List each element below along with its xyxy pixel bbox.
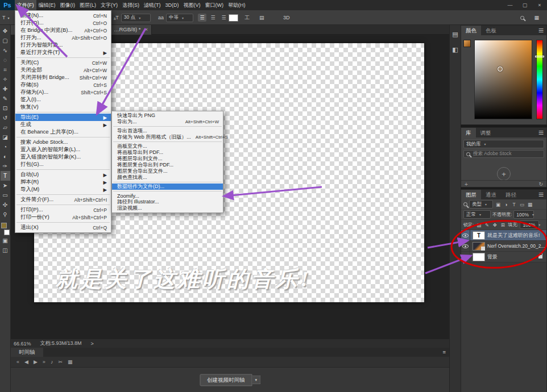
transport-button[interactable]: ♪ xyxy=(51,359,53,365)
file-menu-item[interactable]: 最近打开文件(T) ▶ xyxy=(15,49,111,56)
lock-option-button[interactable]: ⊞ xyxy=(499,221,506,228)
panel-tab[interactable]: 图层 xyxy=(461,190,481,199)
filter-type-button[interactable]: ◑ xyxy=(503,201,509,208)
restore-button[interactable]: ▢ xyxy=(517,0,532,10)
timeline-tab[interactable]: 时间轴 xyxy=(11,348,43,357)
menubar-item[interactable]: 滤镜(T) xyxy=(142,0,163,10)
workspace-switcher-icon[interactable]: ▦ xyxy=(534,15,539,20)
panel-tab[interactable]: 通道 xyxy=(481,190,501,199)
transport-button[interactable]: ✂ xyxy=(58,359,63,365)
file-menu-item[interactable]: 存储(S) Ctrl+S xyxy=(15,81,111,89)
file-menu-item[interactable]: 在 Behance 上共享(D)... xyxy=(15,128,111,136)
toolbar-mode-button[interactable]: ▣ xyxy=(1,236,10,245)
menubar-item[interactable]: 文件(F) xyxy=(15,0,36,10)
close-button[interactable]: × xyxy=(532,0,547,10)
layer-name[interactable]: 就是关了这难听的音乐! xyxy=(487,232,540,239)
export-menu-item[interactable]: 渲染视频... xyxy=(112,205,223,211)
file-menu-item[interactable]: 签入(I)... xyxy=(15,96,111,103)
file-menu-item[interactable]: 导入(M) ▶ xyxy=(15,186,111,193)
tool-preset-group[interactable]: T ▾ xyxy=(2,13,10,22)
file-menu-item[interactable]: 关闭并转到 Bridge... Shift+Ctrl+W xyxy=(15,74,111,81)
file-menu-item[interactable]: 打印一份(Y) Alt+Shift+Ctrl+P xyxy=(15,214,111,221)
tool-button[interactable]: ✚ xyxy=(1,84,10,94)
layer-thumbnail[interactable] xyxy=(473,242,485,251)
panels-toggle-icon[interactable]: ▤ xyxy=(259,15,264,20)
current-color-swatch[interactable] xyxy=(463,40,471,47)
transport-button[interactable]: ▶ xyxy=(34,359,38,365)
filter-type-button[interactable]: ▣ xyxy=(495,201,502,208)
file-menu-item[interactable]: 置入链接的智能对象(K)... xyxy=(15,153,111,161)
panel-tab[interactable]: 库 xyxy=(461,128,476,137)
add-library-button[interactable]: + xyxy=(465,181,468,187)
file-menu-item[interactable]: 搜索 Adobe Stock... xyxy=(15,139,111,146)
export-menu-item[interactable]: 数据组作为文件(D)... xyxy=(112,184,223,190)
antialias-select[interactable]: 中等 ▾ xyxy=(166,14,193,22)
tool-button[interactable]: ✥ xyxy=(1,26,10,36)
export-menu-item[interactable]: 存储为 Web 所用格式（旧版）... Alt+Shift+Ctrl+S xyxy=(112,134,223,140)
hue-slider-handle[interactable] xyxy=(535,56,544,57)
threed-label[interactable]: 3D xyxy=(283,15,290,20)
file-menu-item[interactable]: 恢复(V) xyxy=(15,103,111,111)
layer-filter-select[interactable]: 类型 ▾ xyxy=(469,200,493,208)
color-cursor[interactable] xyxy=(498,66,503,72)
toolbar-mode-button[interactable]: ◫ xyxy=(1,245,10,255)
panel-tab[interactable]: 调整 xyxy=(476,128,496,137)
background-color-swatch[interactable] xyxy=(4,230,10,235)
panel-menu-icon[interactable]: ≡ xyxy=(536,26,546,35)
transport-button[interactable]: » xyxy=(43,359,45,365)
file-menu-item[interactable]: 关闭(C) Ctrl+W xyxy=(15,59,111,66)
transport-button[interactable]: ▦ xyxy=(68,359,73,365)
filter-type-button[interactable]: ▭ xyxy=(519,201,525,208)
transport-button[interactable]: ◀ xyxy=(24,359,28,365)
menubar-item[interactable]: 图像(I) xyxy=(58,0,78,10)
panel-menu-icon[interactable]: ≡ xyxy=(536,128,546,137)
tool-button[interactable]: ✧ xyxy=(1,74,10,84)
file-menu-item[interactable]: 退出(X) Ctrl+Q xyxy=(15,224,111,231)
blend-mode-select[interactable]: 正常 ▾ xyxy=(463,210,491,219)
tool-button[interactable]: ▢ xyxy=(1,36,10,45)
tool-button[interactable]: ↺ xyxy=(1,113,10,123)
file-menu-item[interactable]: 打开为智能对象... xyxy=(15,41,111,49)
library-select[interactable]: 我的库 ▾ xyxy=(463,140,544,148)
hue-slider[interactable] xyxy=(536,40,543,119)
file-menu-item[interactable]: 在 Bridge 中浏览(B)... Alt+Ctrl+O xyxy=(15,27,111,34)
minimize-button[interactable]: — xyxy=(503,0,517,10)
tool-button[interactable]: ✎ xyxy=(1,94,10,103)
create-video-timeline-button[interactable]: 创建视频时间轴 xyxy=(200,374,252,386)
file-menu-item[interactable]: 自动(U) ▶ xyxy=(15,171,111,178)
filter-type-button[interactable]: T xyxy=(511,201,517,208)
panel-menu-icon[interactable]: ≡ xyxy=(439,348,449,357)
visibility-toggle[interactable] xyxy=(461,241,470,252)
tool-button[interactable]: ➤ xyxy=(1,181,10,190)
tool-button[interactable]: ◌ xyxy=(1,55,10,65)
tool-button[interactable]: ▱ xyxy=(1,123,10,132)
docked-panel-button[interactable]: ▤ xyxy=(452,31,458,38)
type-color-swatch[interactable] xyxy=(229,14,238,22)
file-menu-item[interactable]: 存储为(A)... Shift+Ctrl+S xyxy=(15,89,111,96)
layer-row-text[interactable]: T 就是关了这难听的音乐! xyxy=(461,230,546,241)
menubar-item[interactable]: 视图(V) xyxy=(181,0,203,10)
lock-option-button[interactable]: ▨ xyxy=(475,221,482,228)
search-icon[interactable] xyxy=(520,16,524,20)
layer-row-video[interactable]: Nerf Overwatch.20_00_2... xyxy=(461,241,546,252)
file-menu-item[interactable]: 打开(O)... Ctrl+O xyxy=(15,19,111,27)
status-chevron-icon[interactable]: > xyxy=(91,341,94,347)
visibility-toggle[interactable] xyxy=(461,230,470,241)
filter-type-button[interactable]: ▦ xyxy=(527,201,533,208)
layer-name[interactable]: 背景 xyxy=(487,253,498,261)
transport-button[interactable]: « xyxy=(16,359,19,365)
panel-tab[interactable]: 路径 xyxy=(501,190,521,199)
saturation-brightness-field[interactable] xyxy=(474,40,532,119)
zoom-level[interactable]: 66.61% xyxy=(14,341,31,347)
menubar-item[interactable]: 文字(Y) xyxy=(98,0,120,10)
warp-text-icon[interactable]: 工 xyxy=(245,14,250,22)
tool-button[interactable]: ⚲ xyxy=(1,210,10,219)
visibility-toggle[interactable] xyxy=(461,252,470,262)
tool-button[interactable]: T xyxy=(1,171,10,181)
file-menu-item[interactable]: 关闭全部 Alt+Ctrl+W xyxy=(15,66,111,74)
export-menu-item[interactable]: 颜色查找表... xyxy=(112,174,223,181)
foreground-color-swatch[interactable] xyxy=(1,223,7,228)
photoshop-logo[interactable]: Ps xyxy=(0,0,15,10)
file-menu-item[interactable]: 新建(N)... Ctrl+N xyxy=(15,12,111,19)
menubar-item[interactable]: 3D(D) xyxy=(163,0,181,10)
